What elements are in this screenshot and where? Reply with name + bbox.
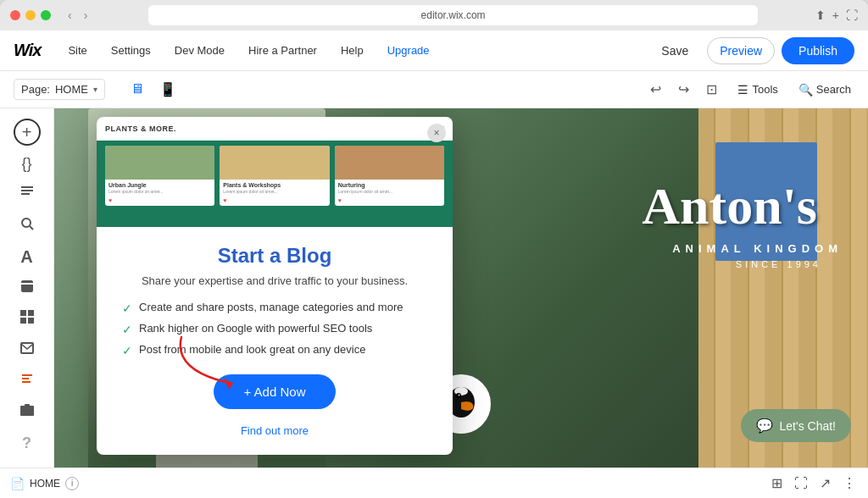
mini-card-title-2: Plants & Workshops — [220, 180, 329, 189]
toolbar-right-actions: ↩ ↪ ⊡ ☰ Tools 🔍 Search — [647, 78, 854, 101]
maximize-window-button[interactable] — [41, 10, 51, 20]
canvas-area[interactable]: Anton's ANIMAL KINGDOM SINCE 1994 — [54, 108, 868, 468]
undo-button[interactable]: ↩ — [647, 78, 665, 101]
page-label: Page: — [21, 83, 50, 96]
browser-nav: ‹ › — [64, 7, 91, 24]
svg-rect-0 — [21, 186, 33, 188]
preview-button[interactable]: Preview — [707, 37, 775, 64]
mini-card-text-3: Lorem ipsum dolor sit amet... — [335, 189, 444, 197]
svg-rect-6 — [28, 310, 34, 316]
svg-point-3 — [22, 219, 31, 227]
device-icons: 🖥 📱 — [125, 78, 181, 101]
fullscreen-button[interactable]: ⛶ — [846, 8, 858, 22]
check-icon-2: ✓ — [122, 323, 132, 336]
check-icon-3: ✓ — [122, 344, 132, 357]
nav-dev-mode[interactable]: Dev Mode — [164, 39, 235, 62]
address-bar[interactable]: editor.wix.com — [148, 5, 757, 25]
more-options-button[interactable]: ⋮ — [841, 473, 858, 493]
sidebar-item-text[interactable]: A — [7, 243, 47, 271]
media-icon — [19, 278, 36, 299]
tools-button[interactable]: ☰ Tools — [731, 80, 781, 100]
sidebar-item-add[interactable]: + — [7, 119, 47, 147]
page-selector[interactable]: Page: HOME ▾ — [14, 79, 105, 100]
redo-button[interactable]: ↪ — [675, 78, 693, 101]
blog-panel-close-button[interactable]: × — [427, 124, 446, 142]
topbar-actions: Save Preview Publish — [649, 37, 854, 64]
svg-point-14 — [459, 395, 460, 396]
portfolio-icon — [19, 401, 36, 423]
browser-back-button[interactable]: ‹ — [64, 7, 75, 24]
new-tab-button[interactable]: + — [832, 8, 839, 22]
editor-toolbar: Page: HOME ▾ 🖥 📱 ↩ ↪ ⊡ ☰ Tools 🔍 Search — [0, 71, 868, 108]
blog-icon — [19, 371, 36, 392]
mini-card-heart-3: ♥ — [335, 197, 444, 206]
sidebar-item-portfolio[interactable] — [7, 399, 47, 427]
mini-site-header: PLANTS & MORE. ≡ — [97, 117, 453, 141]
publish-button[interactable]: Publish — [782, 37, 854, 64]
blog-subtitle: Share your expertise and drive traffic t… — [122, 274, 427, 287]
info-icon[interactable]: i — [65, 477, 79, 490]
mini-card-2: Plants & Workshops Lorem ipsum dolor sit… — [220, 146, 329, 206]
nav-hire-partner[interactable]: Hire a Partner — [238, 39, 327, 62]
mini-card-1: Urban Jungle Lorem ipsum dolor sit amet.… — [105, 146, 214, 206]
sidebar-item-search[interactable] — [7, 212, 47, 240]
search-button[interactable]: 🔍 Search — [792, 80, 854, 100]
sidebar-item-media[interactable] — [7, 274, 47, 302]
mini-card-text-2: Lorem ipsum dolor sit amet... — [220, 189, 329, 197]
nav-upgrade[interactable]: Upgrade — [377, 39, 440, 62]
fullscreen-button[interactable]: ↗ — [818, 473, 832, 493]
sidebar-item-code[interactable]: {} — [7, 150, 47, 178]
share-button[interactable]: ⬆ — [815, 8, 826, 22]
browser-titlebar: ‹ › editor.wix.com ⬆ + ⛶ — [0, 0, 868, 30]
find-out-more-link[interactable]: Find out more — [241, 424, 309, 437]
svg-point-12 — [454, 387, 468, 396]
browser-actions: ⬆ + ⛶ — [815, 8, 858, 22]
mini-card-img-2 — [220, 146, 329, 180]
mobile-icon[interactable]: 📱 — [154, 78, 181, 101]
page-document-icon: 📄 — [10, 477, 25, 490]
bottom-right-tools: ⊞ ⛶ ↗ ⋮ — [770, 473, 858, 493]
mini-card-heart-2: ♥ — [220, 197, 329, 206]
grid-button[interactable]: ⊞ — [770, 473, 784, 493]
mini-card-img-3 — [335, 146, 444, 180]
desktop-icon[interactable]: 🖥 — [125, 78, 149, 101]
email-icon — [19, 340, 36, 361]
svg-rect-1 — [21, 190, 33, 191]
browser-forward-button[interactable]: › — [81, 7, 92, 24]
mini-card-3: Nurturing Lorem ipsum dolor sit amet... … — [335, 146, 444, 206]
check-icon-1: ✓ — [122, 302, 132, 315]
nav-site[interactable]: Site — [58, 39, 97, 62]
expand-button[interactable]: ⛶ — [793, 474, 810, 493]
save-button[interactable]: Save — [649, 38, 700, 64]
feature-text-1: Create and share posts, manage categorie… — [139, 301, 403, 313]
tools-label: Tools — [752, 83, 777, 96]
chat-button[interactable]: 💬 Let's Chat! — [741, 409, 852, 442]
traffic-lights — [10, 10, 51, 20]
close-icon: × — [433, 127, 439, 139]
mini-card-title-1: Urban Jungle — [105, 180, 214, 189]
blog-feature-1: ✓ Create and share posts, manage categor… — [122, 301, 427, 315]
sidebar-item-blog[interactable] — [7, 368, 47, 396]
sidebar-item-pages[interactable] — [7, 180, 47, 208]
editor-main: + {} A — [0, 108, 868, 468]
close-window-button[interactable] — [10, 10, 20, 20]
mini-logo: PLANTS & MORE. — [105, 125, 176, 133]
fit-page-button[interactable]: ⊡ — [703, 78, 721, 101]
bottom-page-name: HOME — [30, 478, 60, 490]
sidebar-item-help[interactable]: ? — [7, 429, 47, 457]
apps-icon — [19, 308, 36, 329]
mini-card-title-3: Nurturing — [335, 180, 444, 189]
search-icon — [19, 215, 36, 236]
minimize-window-button[interactable] — [25, 10, 36, 20]
mini-cards: Urban Jungle Lorem ipsum dolor sit amet.… — [97, 141, 453, 211]
svg-rect-9 — [20, 406, 34, 416]
blog-title: Start a Blog — [122, 244, 427, 268]
svg-rect-8 — [28, 318, 34, 324]
nav-settings[interactable]: Settings — [101, 39, 161, 62]
sidebar-item-email[interactable] — [7, 336, 47, 364]
svg-rect-5 — [20, 310, 26, 316]
sidebar-item-apps[interactable] — [7, 305, 47, 333]
topbar-nav: Site Settings Dev Mode Hire a Partner He… — [58, 39, 649, 62]
nav-help[interactable]: Help — [331, 39, 374, 62]
curved-arrow-icon — [164, 329, 266, 396]
